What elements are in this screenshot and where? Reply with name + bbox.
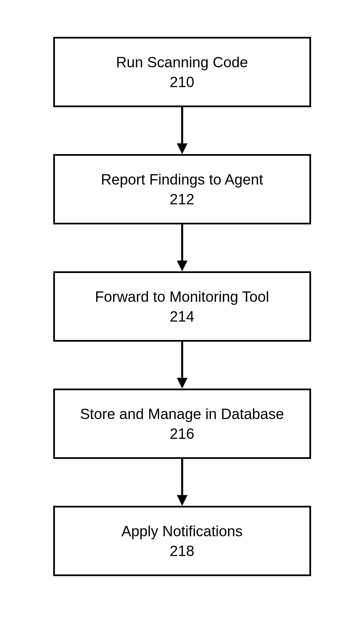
step-store-manage-db: Store and Manage in Database 216 xyxy=(53,389,311,459)
step-title: Apply Notifications xyxy=(122,522,243,540)
step-title: Forward to Monitoring Tool xyxy=(95,287,269,306)
svg-marker-7 xyxy=(177,495,188,506)
step-run-scanning-code: Run Scanning Code 210 xyxy=(53,37,311,107)
step-title: Run Scanning Code xyxy=(116,53,248,71)
svg-marker-1 xyxy=(177,143,188,154)
step-apply-notifications: Apply Notifications 218 xyxy=(53,506,311,576)
arrow-down-icon xyxy=(175,224,189,271)
step-forward-monitoring: Forward to Monitoring Tool 214 xyxy=(53,271,311,342)
step-report-findings: Report Findings to Agent 212 xyxy=(53,154,311,224)
svg-marker-3 xyxy=(177,261,188,271)
step-number: 216 xyxy=(170,424,194,443)
step-number: 210 xyxy=(170,73,194,91)
step-number: 218 xyxy=(170,542,194,560)
arrow-down-icon xyxy=(175,107,189,154)
step-number: 214 xyxy=(170,307,194,326)
arrow-down-icon xyxy=(175,342,189,389)
svg-marker-5 xyxy=(177,378,188,389)
arrow-down-icon xyxy=(175,459,189,506)
step-title: Report Findings to Agent xyxy=(101,170,263,189)
step-number: 212 xyxy=(170,190,194,208)
step-title: Store and Manage in Database xyxy=(80,405,284,423)
